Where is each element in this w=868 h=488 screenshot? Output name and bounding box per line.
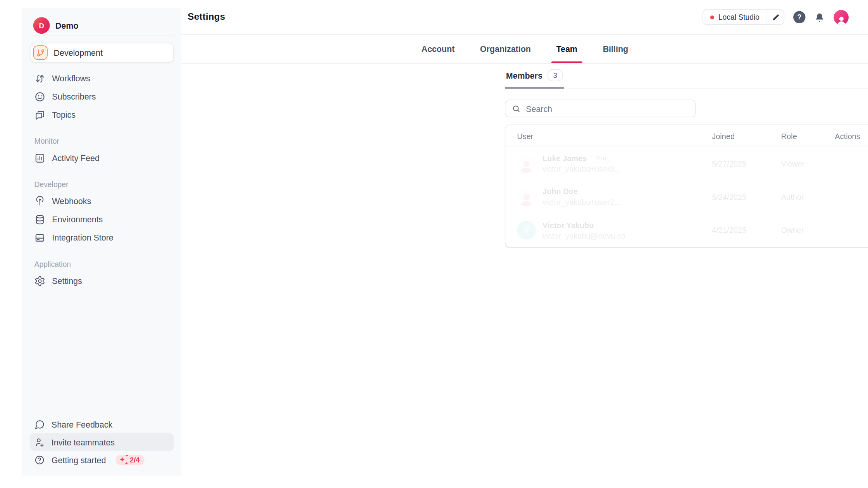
status-dot bbox=[710, 15, 714, 19]
activity-feed-icon bbox=[34, 153, 46, 164]
table-row[interactable]: V Victor Yakubu victor_yakubu@novu.co 4/… bbox=[505, 213, 868, 247]
topbar: Settings Local Studio ? bbox=[182, 0, 868, 35]
member-joined: 5/24/2025 bbox=[712, 192, 781, 201]
column-role: Role bbox=[781, 131, 835, 140]
local-studio-pill: Local Studio bbox=[702, 9, 784, 25]
share-feedback-label: Share Feedback bbox=[52, 420, 112, 429]
sparkles-icon: ✦✦✦ bbox=[120, 456, 127, 464]
app-root: D Demo Development Workflows Subscribers bbox=[0, 0, 868, 488]
sidebar-item-workflows[interactable]: Workflows bbox=[22, 69, 181, 88]
member-joined: 5/27/2025 bbox=[712, 159, 781, 168]
person-icon bbox=[518, 157, 535, 173]
sidebar-item-label: Workflows bbox=[52, 74, 90, 83]
sidebar-item-settings[interactable]: Settings bbox=[22, 271, 181, 290]
member-role: Owner bbox=[781, 226, 835, 235]
sidebar-item-webhooks[interactable]: Webhooks bbox=[22, 192, 181, 210]
member-name: Luke James bbox=[542, 154, 587, 163]
environment-label: Development bbox=[54, 48, 103, 57]
member-name: Victor Yakubu bbox=[542, 220, 594, 229]
getting-started-progress: 2/4 bbox=[130, 455, 140, 464]
sidebar-item-label: Topics bbox=[52, 110, 76, 119]
integration-store-icon bbox=[34, 232, 46, 243]
local-studio-label: Local Studio bbox=[718, 13, 760, 21]
you-badge: You bbox=[591, 154, 610, 163]
edit-button[interactable] bbox=[767, 10, 784, 24]
notifications-button[interactable] bbox=[814, 12, 825, 22]
sidebar-item-label: Activity Feed bbox=[52, 153, 100, 163]
settings-gear-icon bbox=[34, 275, 46, 287]
member-initial: V bbox=[524, 226, 529, 235]
table-row[interactable]: Luke James You victor_yakubu+user3... 5/… bbox=[505, 147, 868, 180]
search-input[interactable] bbox=[526, 104, 689, 113]
org-initial: D bbox=[39, 21, 44, 29]
members-label: Members bbox=[506, 70, 542, 80]
member-joined: 4/21/2025 bbox=[712, 226, 781, 235]
pencil-icon bbox=[772, 14, 779, 21]
member-name: John Doe bbox=[542, 187, 578, 196]
sidebar-item-subscribers[interactable]: Subscribers bbox=[22, 88, 181, 106]
sidebar-footer: Share Feedback Invite teammates Getting … bbox=[30, 416, 174, 469]
person-icon bbox=[835, 14, 847, 24]
members-table: User Joined Role Actions Luke bbox=[505, 124, 868, 247]
sidebar-item-label: Subscribers bbox=[52, 92, 96, 101]
section-label-application: Application bbox=[22, 258, 181, 270]
table-rows: Luke James You victor_yakubu+user3... 5/… bbox=[505, 147, 868, 247]
tab-account[interactable]: Account bbox=[418, 35, 458, 63]
environment-switcher[interactable]: Development bbox=[30, 43, 174, 62]
org-name: Demo bbox=[55, 21, 79, 30]
workflows-icon bbox=[34, 73, 46, 84]
sidebar-item-activity-feed[interactable]: Activity Feed bbox=[22, 149, 181, 167]
sidebar-item-topics[interactable]: Topics bbox=[22, 106, 181, 124]
member-avatar: V bbox=[517, 221, 536, 240]
getting-started-label: Getting started bbox=[52, 455, 106, 464]
table-header: User Joined Role Actions bbox=[505, 125, 868, 147]
sidebar-item-label: Settings bbox=[52, 276, 82, 285]
member-email: victor_yakubu+user2... bbox=[542, 198, 621, 206]
question-mark-icon: ? bbox=[797, 13, 801, 21]
sidebar-item-environments[interactable]: Environments bbox=[22, 210, 181, 229]
section-label-developer: Developer bbox=[22, 179, 181, 190]
tab-team[interactable]: Team bbox=[553, 35, 581, 63]
getting-started-progress-badge: ✦✦✦ 2/4 bbox=[116, 455, 145, 465]
sidebar-nav: Workflows Subscribers Topics bbox=[22, 69, 181, 124]
share-feedback-button[interactable]: Share Feedback bbox=[30, 416, 174, 433]
getting-started-button[interactable]: Getting started ✦✦✦ 2/4 bbox=[30, 451, 174, 469]
members-subtab-bar: Members 3 bbox=[505, 62, 868, 88]
sidebar-divider bbox=[30, 35, 174, 35]
column-joined: Joined bbox=[712, 131, 781, 140]
members-search[interactable] bbox=[505, 100, 696, 117]
topbar-controls: Local Studio ? bbox=[702, 9, 849, 25]
subtab-members[interactable]: Members 3 bbox=[505, 62, 564, 88]
column-user: User bbox=[517, 131, 712, 140]
team-content: Members 3 User Joined Role Actions bbox=[505, 62, 868, 247]
help-circle-icon bbox=[34, 455, 45, 465]
tab-organization[interactable]: Organization bbox=[477, 35, 534, 63]
sidebar-item-integration-store[interactable]: Integration Store bbox=[22, 229, 181, 247]
org-switcher[interactable]: D Demo bbox=[33, 17, 173, 34]
settings-tabs: Account Organization Team Billing bbox=[182, 35, 868, 64]
page-title: Settings bbox=[188, 12, 225, 23]
sidebar-item-label: Webhooks bbox=[52, 196, 91, 206]
environments-icon bbox=[34, 214, 46, 225]
local-studio-button[interactable]: Local Studio bbox=[703, 10, 767, 24]
help-button[interactable]: ? bbox=[793, 11, 805, 23]
org-avatar: D bbox=[33, 17, 50, 34]
user-avatar[interactable] bbox=[834, 10, 849, 25]
search-icon bbox=[512, 104, 520, 112]
table-row[interactable]: John Doe victor_yakubu+user2... 5/24/202… bbox=[505, 180, 868, 214]
user-plus-icon bbox=[34, 437, 45, 447]
subscribers-icon bbox=[34, 91, 46, 102]
sidebar-item-label: Environments bbox=[52, 215, 103, 224]
member-email: victor_yakubu+user3... bbox=[542, 164, 621, 173]
person-icon bbox=[518, 191, 535, 206]
git-branch-icon bbox=[33, 45, 48, 60]
sidebar-item-label: Integration Store bbox=[52, 233, 113, 242]
column-actions: Actions bbox=[835, 131, 868, 140]
tab-billing[interactable]: Billing bbox=[599, 35, 632, 63]
bell-icon bbox=[814, 12, 825, 22]
webhooks-icon bbox=[34, 196, 46, 207]
members-count-badge: 3 bbox=[548, 69, 563, 81]
member-avatar bbox=[517, 154, 536, 173]
invite-teammates-button[interactable]: Invite teammates bbox=[30, 433, 174, 451]
feedback-bubble-icon bbox=[34, 419, 45, 430]
